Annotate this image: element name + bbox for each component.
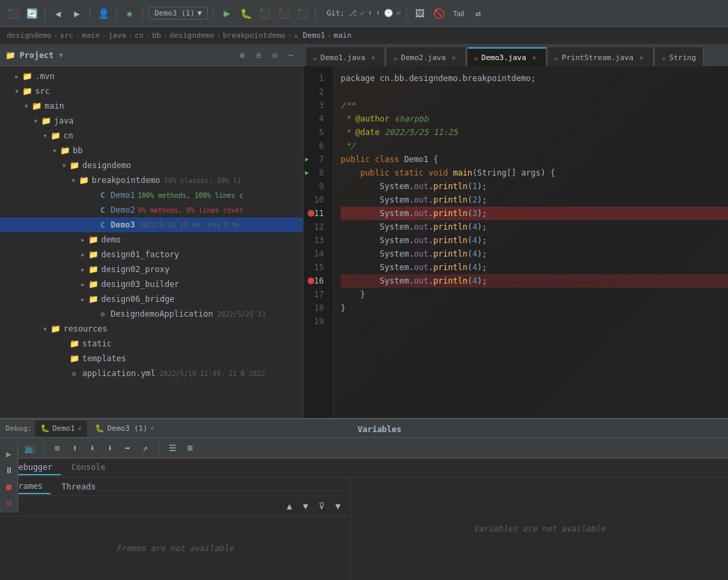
coverage-icon[interactable]: ⬛	[257, 6, 272, 21]
editor-tab-demo3[interactable]: ☕ Demo3.java ×	[468, 47, 547, 66]
tree-item-main[interactable]: ▼ 📁 main	[0, 99, 303, 113]
tree-item-breakpointdemo[interactable]: ▼ 📁 breakpointdemo 50% classes, 50% li	[0, 173, 303, 188]
git-history-icon[interactable]: 🕐	[384, 9, 393, 18]
tree-item-designdemoapp[interactable]: ⚙ DesigndemoApplication 2022/5/25 11	[0, 307, 303, 321]
debug-stop-icon[interactable]: ■	[1, 479, 16, 494]
code-line-13: System.out.println(4);	[341, 234, 728, 247]
debug-session-close-demo1[interactable]: ×	[78, 425, 82, 432]
tab-close-demo3[interactable]: ×	[530, 53, 539, 62]
tail-button[interactable]: Tail	[450, 8, 467, 19]
toolbar-forward-icon[interactable]: ▶	[69, 6, 84, 21]
tree-item-demo3[interactable]: C Demo3 2022/5/25 15:04, 493 B Mc	[0, 217, 303, 232]
bug-icon[interactable]: 🐛	[238, 6, 253, 21]
breakpoint-dot-16[interactable]	[308, 278, 314, 284]
code-line-16: System.out.println(4);	[341, 274, 728, 288]
translate-icon[interactable]: ⇄	[471, 6, 486, 21]
breadcrumb-designdemo2[interactable]: designdemo	[169, 31, 214, 40]
editor-tab-demo2[interactable]: ☕ Demo2.java ×	[387, 47, 466, 66]
breakpoint-dot-11[interactable]	[308, 210, 314, 217]
code-line-4: * @author sharpbb	[341, 112, 728, 126]
git-branch-icon[interactable]: ⎇	[348, 9, 357, 18]
tree-item-java[interactable]: ▼ 📁 java	[0, 113, 303, 128]
project-dropdown-icon[interactable]: ▼	[59, 51, 63, 59]
folder-icon-static: 📁	[69, 338, 80, 349]
project-settings-icon[interactable]: ⚙	[268, 49, 281, 62]
tree-item-static[interactable]: 📁 static	[0, 336, 303, 351]
frame-nav-down-btn[interactable]: ▼	[299, 500, 312, 513]
debug-session-close-demo3[interactable]: ×	[150, 425, 155, 432]
debug-run-icon[interactable]: ▶	[1, 446, 16, 461]
git-fetch-icon[interactable]: ⬇	[376, 9, 381, 18]
frame-nav-up-btn[interactable]: ▲	[283, 500, 296, 513]
tree-item-demo1[interactable]: C Demo1 100% methods, 100% lines c	[0, 188, 303, 203]
editor-tab-string[interactable]: ☕ String	[655, 47, 704, 66]
tree-item-resources[interactable]: ▼ 📁 resources	[0, 321, 303, 336]
profile-icon[interactable]: ⬛	[276, 6, 291, 21]
breadcrumb-demo1[interactable]: ☕ Demo1	[294, 31, 325, 40]
debug-session-tab-demo1[interactable]: 🐛 Demo1 ×	[35, 421, 87, 437]
editor-tab-printstream[interactable]: ☕ PrintStream.java ×	[548, 47, 654, 66]
analyze-icon[interactable]: ⬛	[295, 6, 310, 21]
git-push-icon[interactable]: ⬆	[368, 9, 372, 18]
tree-item-bb[interactable]: ▼ 📁 bb	[0, 143, 303, 158]
debug-tool-stepinto-icon[interactable]: ⬇	[86, 442, 99, 455]
tree-item-cn[interactable]: ▼ 📁 cn	[0, 128, 303, 143]
toolbar-icon-4[interactable]: ✱	[122, 6, 137, 21]
frame-filter-btn[interactable]: ⊽	[315, 500, 329, 513]
tree-label-demo3: Demo3	[111, 220, 135, 230]
demo-dropdown[interactable]: Demo3 (1) ▼	[148, 7, 208, 20]
git-undo-icon[interactable]: ↩	[397, 9, 401, 18]
breadcrumb-src[interactable]: src	[60, 31, 74, 40]
breadcrumb-breakpointdemo[interactable]: breakpointdemo	[223, 31, 285, 40]
debug-tool-runtopos-icon[interactable]: ➡	[121, 442, 134, 455]
project-sync-icon[interactable]: ⊕	[235, 49, 249, 62]
breadcrumb-mainmethod[interactable]: main	[334, 31, 352, 40]
tree-item-demo[interactable]: ▶ 📁 demo	[0, 232, 303, 247]
breadcrumb-main[interactable]: main	[82, 31, 100, 40]
debug-rerun-icon[interactable]: ↺	[1, 495, 16, 510]
debug-tool-stepout-icon[interactable]: ⬇	[103, 442, 117, 455]
tree-item-src[interactable]: ▼ 📁 src	[0, 84, 303, 99]
toolbar-icon-2[interactable]: 🔄	[24, 6, 39, 21]
tab-close-demo1[interactable]: ×	[368, 53, 378, 62]
breadcrumb-java[interactable]: java	[108, 31, 126, 40]
breadcrumb-cn[interactable]: cn	[135, 31, 144, 40]
debug-tool-settings-icon[interactable]: ☰	[166, 442, 179, 455]
debug-tool-evaluate-icon[interactable]: ↗	[138, 442, 152, 455]
toolbar-icon-3[interactable]: 👤	[96, 6, 111, 21]
toolbar-icon-1[interactable]: ⬛	[5, 6, 20, 21]
project-minimize-icon[interactable]: −	[284, 49, 298, 62]
debug-tool-console-icon[interactable]: 📺	[23, 442, 36, 455]
tree-item-design03[interactable]: ▶ 📁 design03_builder	[0, 277, 303, 292]
debug-tool-list-icon[interactable]: ≡	[51, 442, 64, 455]
debug-tool-layout-icon[interactable]: ⊞	[184, 442, 197, 455]
tab-close-printstream[interactable]: ×	[637, 53, 646, 62]
tree-item-designdemo[interactable]: ▼ 📁 designdemo	[0, 158, 303, 173]
frame-settings-btn[interactable]: ▼	[331, 500, 345, 513]
debug-tool-stepover-icon[interactable]: ⬆	[68, 442, 82, 455]
project-collapse-icon[interactable]: ≡	[252, 49, 265, 62]
tree-item-design01[interactable]: ▶ 📁 design01_factory	[0, 247, 303, 262]
breadcrumb-bb[interactable]: bb	[152, 31, 161, 40]
toolbar-icon-screenshot[interactable]: 🖼	[412, 6, 427, 21]
toolbar-icon-stop[interactable]: 🚫	[431, 6, 446, 21]
toolbar-back-icon[interactable]: ◀	[51, 6, 65, 21]
debug-session-label-demo1: Demo1	[53, 424, 75, 433]
debug-subtab-console[interactable]: Console	[63, 460, 114, 475]
editor-tab-demo1[interactable]: ☕ Demo1.java ×	[306, 47, 385, 66]
tree-label-design03: design03_builder	[101, 280, 179, 289]
threads-tab[interactable]: Threads	[53, 480, 104, 494]
tree-item-design02[interactable]: ▶ 📁 design02_proxy	[0, 262, 303, 277]
run-green-icon[interactable]: ▶	[219, 6, 234, 21]
tree-item-demo2[interactable]: C Demo2 0% methods, 0% lines cover	[0, 203, 303, 217]
tree-item-applicationyml[interactable]: ⚙ application.yml 2022/5/19 11:49, 21 B …	[0, 366, 303, 381]
git-check-icon[interactable]: ✓	[360, 9, 365, 18]
tree-item-templates[interactable]: 📁 templates	[0, 351, 303, 366]
tree-label-design06: design06_bridge	[101, 294, 174, 304]
debug-pause-icon[interactable]: ⏸	[1, 463, 16, 477]
breadcrumb-designdemo[interactable]: designdemo	[7, 31, 51, 40]
tree-item-design06[interactable]: ▶ 📁 design06_bridge	[0, 292, 303, 307]
tree-item-mvn[interactable]: ▶ 📁 .mvn	[0, 69, 303, 84]
debug-session-tab-demo3[interactable]: 🐛 Demo3 (1) ×	[90, 421, 160, 437]
tab-close-demo2[interactable]: ×	[449, 53, 459, 62]
